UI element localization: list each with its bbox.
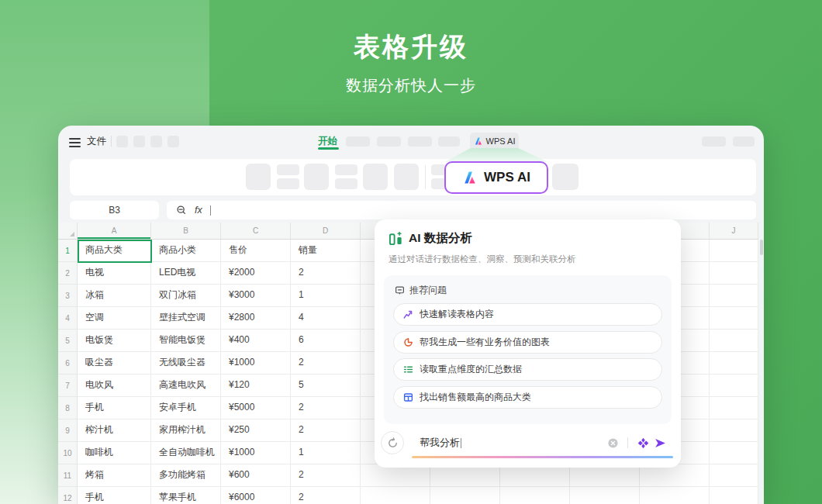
cell-J11[interactable] bbox=[710, 464, 758, 487]
row-header-9[interactable]: 9 bbox=[58, 419, 78, 442]
cell-G12[interactable] bbox=[500, 487, 570, 504]
cell-A6[interactable]: 吸尘器 bbox=[78, 352, 151, 375]
cell-J9[interactable] bbox=[710, 419, 758, 442]
cell-J5[interactable] bbox=[710, 330, 758, 352]
menu-placeholder[interactable] bbox=[116, 136, 128, 147]
cell-C10[interactable]: ¥1000 bbox=[221, 442, 291, 464]
toolbar-placeholder[interactable] bbox=[304, 164, 329, 190]
cell-A2[interactable]: 电视 bbox=[78, 262, 151, 285]
cell-C8[interactable]: ¥5000 bbox=[221, 397, 291, 419]
cell-C6[interactable]: ¥1000 bbox=[221, 352, 291, 375]
column-header-C[interactable]: C bbox=[221, 223, 291, 240]
menu-file[interactable]: 文件 bbox=[87, 135, 106, 148]
refresh-suggestions-button[interactable] bbox=[381, 431, 404, 454]
menu-tab-placeholder[interactable] bbox=[438, 136, 460, 147]
column-header-J[interactable]: J bbox=[710, 223, 758, 240]
cell-B6[interactable]: 无线吸尘器 bbox=[151, 352, 221, 375]
cell-B4[interactable]: 壁挂式空调 bbox=[151, 307, 221, 330]
hamburger-menu-icon[interactable] bbox=[69, 136, 81, 150]
zoom-out-icon[interactable] bbox=[176, 205, 187, 216]
cell-A5[interactable]: 电饭煲 bbox=[78, 330, 151, 352]
tab-home[interactable]: 开始 bbox=[318, 135, 337, 148]
cell-J6[interactable] bbox=[710, 352, 758, 375]
cell-D2[interactable]: 2 bbox=[291, 262, 361, 285]
cell-F11[interactable] bbox=[430, 464, 500, 487]
toolbar-placeholder[interactable] bbox=[277, 164, 299, 175]
suggestion-button-1[interactable]: 快速解读表格内容 bbox=[393, 303, 662, 326]
fx-icon[interactable]: fx bbox=[195, 205, 202, 216]
clear-input-button[interactable] bbox=[604, 434, 621, 451]
menu-placeholder[interactable] bbox=[168, 136, 179, 147]
toolbar-placeholder[interactable] bbox=[246, 164, 271, 190]
column-header-B[interactable]: B bbox=[151, 223, 221, 240]
suggestion-button-4[interactable]: 找出销售额最高的商品大类 bbox=[393, 386, 662, 409]
cell-J3[interactable] bbox=[710, 285, 758, 307]
row-header-7[interactable]: 7 bbox=[58, 375, 78, 397]
toolbar-placeholder[interactable] bbox=[277, 178, 299, 189]
cell-A4[interactable]: 空调 bbox=[78, 307, 151, 330]
cell-J8[interactable] bbox=[710, 397, 758, 419]
cell-B3[interactable]: 双门冰箱 bbox=[151, 285, 221, 307]
suggestion-button-2[interactable]: 帮我生成一些有业务价值的图表 bbox=[393, 331, 662, 354]
toolbar-placeholder[interactable] bbox=[552, 164, 579, 190]
menu-placeholder[interactable] bbox=[702, 136, 726, 147]
column-header-A[interactable]: A bbox=[78, 223, 151, 240]
cell-E12[interactable] bbox=[361, 487, 430, 504]
vertical-scrollbar[interactable] bbox=[758, 223, 764, 504]
cell-C12[interactable]: ¥6000 bbox=[221, 487, 291, 504]
cell-B8[interactable]: 安卓手机 bbox=[151, 397, 221, 419]
tab-wps-ai[interactable]: WPS AI bbox=[470, 133, 519, 150]
menu-placeholder[interactable] bbox=[150, 136, 162, 147]
cell-C1[interactable]: 售价 bbox=[221, 240, 291, 262]
ai-input-field[interactable]: 帮我分析 bbox=[412, 429, 673, 457]
cell-J10[interactable] bbox=[710, 442, 758, 464]
menu-placeholder[interactable] bbox=[133, 136, 145, 147]
menu-tab-placeholder[interactable] bbox=[346, 136, 370, 147]
toolbar-placeholder[interactable] bbox=[335, 164, 357, 175]
cell-A9[interactable]: 榨汁机 bbox=[78, 419, 151, 442]
cell-B9[interactable]: 家用榨汁机 bbox=[151, 419, 221, 442]
cell-B11[interactable]: 多功能烤箱 bbox=[151, 464, 221, 487]
column-header-D[interactable]: D bbox=[291, 223, 361, 240]
cell-C3[interactable]: ¥3000 bbox=[221, 285, 291, 307]
formula-bar[interactable]: fx bbox=[167, 201, 756, 219]
cell-D8[interactable]: 2 bbox=[291, 397, 361, 419]
cell-D4[interactable]: 4 bbox=[291, 307, 361, 330]
row-header-5[interactable]: 5 bbox=[58, 330, 78, 352]
row-header-6[interactable]: 6 bbox=[58, 352, 78, 375]
toolbar-placeholder[interactable] bbox=[335, 178, 357, 189]
cell-D3[interactable]: 1 bbox=[291, 285, 361, 307]
cell-C9[interactable]: ¥250 bbox=[221, 419, 291, 442]
suggestion-button-3[interactable]: 读取重点维度的汇总数据 bbox=[393, 358, 662, 381]
send-button[interactable] bbox=[651, 434, 668, 451]
row-header-12[interactable]: 12 bbox=[58, 487, 78, 504]
cell-D1[interactable]: 销量 bbox=[291, 240, 361, 262]
cell-J12[interactable] bbox=[710, 487, 758, 504]
cell-C2[interactable]: ¥2000 bbox=[221, 262, 291, 285]
cell-A8[interactable]: 手机 bbox=[78, 397, 151, 419]
row-header-3[interactable]: 3 bbox=[58, 285, 78, 307]
cell-A1[interactable]: 商品大类 bbox=[78, 240, 151, 262]
cell-A7[interactable]: 电吹风 bbox=[78, 375, 151, 397]
cell-I11[interactable] bbox=[640, 464, 710, 487]
cell-C7[interactable]: ¥120 bbox=[221, 375, 291, 397]
menu-tab-placeholder[interactable] bbox=[408, 136, 432, 147]
cell-B12[interactable]: 苹果手机 bbox=[151, 487, 221, 504]
cell-B7[interactable]: 高速电吹风 bbox=[151, 375, 221, 397]
cell-F12[interactable] bbox=[430, 487, 500, 504]
cell-B5[interactable]: 智能电饭煲 bbox=[151, 330, 221, 352]
select-all-corner[interactable] bbox=[58, 223, 78, 240]
cell-J4[interactable] bbox=[710, 307, 758, 330]
scrollbar-thumb[interactable] bbox=[760, 240, 763, 255]
menu-tab-placeholder[interactable] bbox=[377, 136, 401, 147]
cell-G11[interactable] bbox=[500, 464, 570, 487]
cell-H11[interactable] bbox=[570, 464, 640, 487]
menu-placeholder[interactable] bbox=[733, 136, 755, 147]
toolbar-placeholder[interactable] bbox=[394, 164, 419, 190]
row-header-11[interactable]: 11 bbox=[58, 464, 78, 487]
cell-C5[interactable]: ¥400 bbox=[221, 330, 291, 352]
sparkle-magic-button[interactable] bbox=[634, 434, 651, 451]
cell-J1[interactable] bbox=[710, 240, 758, 262]
cell-D7[interactable]: 5 bbox=[291, 375, 361, 397]
cell-A11[interactable]: 烤箱 bbox=[78, 464, 151, 487]
